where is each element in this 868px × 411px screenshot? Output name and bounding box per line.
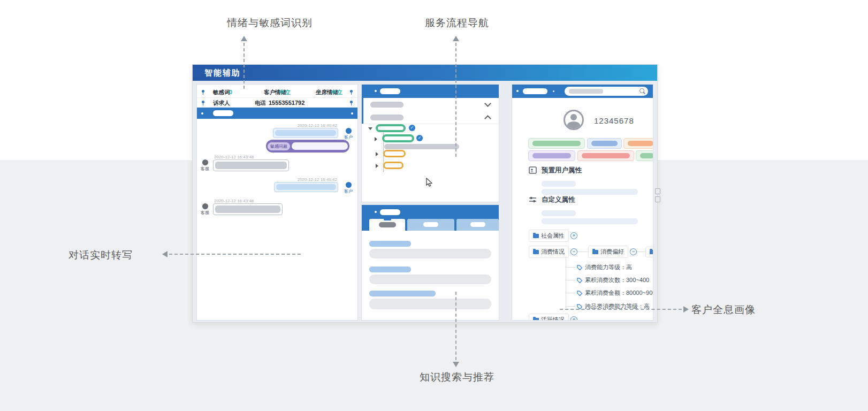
sensitive-words-count: 0 [229, 89, 232, 95]
customer-tag [623, 138, 653, 149]
caller-info-bar: 诉求人 电话 15553551792 [197, 98, 357, 108]
assist-window: 智能辅助 敏感词 0 客户情绪 中立 坐席情绪 中立 诉求人 电话 155535… [193, 65, 657, 322]
tree-connector [566, 256, 566, 308]
customer-tag [577, 150, 634, 161]
active-attribute-node[interactable]: 活跃情况 + [529, 314, 577, 320]
section-title-placeholder [213, 110, 233, 116]
social-attribute-node[interactable]: 社会属性 + [529, 230, 577, 242]
customer-avatar-large [564, 110, 584, 130]
knowledge-panel [362, 205, 499, 320]
tab-inactive[interactable] [456, 219, 499, 231]
flow-node-pending[interactable] [383, 150, 406, 157]
flow-tree: ✓ ✓ [362, 124, 499, 202]
profile-header [512, 85, 653, 98]
custom-attributes-label: 自定义属性 [542, 195, 575, 204]
agent-role-label: 客服 [198, 210, 212, 216]
emotion-status-bar: 敏感词 0 客户情绪 中立 坐席情绪 中立 [197, 87, 357, 98]
active-label: 活跃情况 [541, 316, 565, 320]
chevron-down-icon[interactable] [484, 100, 491, 107]
dot-icon [375, 90, 377, 92]
agent-avatar: 客服 [198, 203, 212, 216]
collapse-icon[interactable] [376, 152, 378, 156]
flow-group-label-placeholder [370, 102, 403, 108]
consumption-tag: 累积消费金额：80000~90000 [577, 289, 653, 297]
dot-icon [516, 90, 519, 92]
pin-icon [350, 90, 353, 93]
annotation-line-service-flow [455, 43, 456, 157]
panel-title-placeholder [380, 209, 400, 215]
flow-group-row[interactable] [362, 98, 499, 111]
knowledge-answer-placeholder[interactable] [369, 275, 491, 284]
tab-notch [384, 219, 391, 220]
preference-node[interactable]: 消费偏好 [588, 246, 628, 258]
search-placeholder [569, 89, 603, 94]
chevron-up-icon[interactable] [484, 115, 491, 122]
message-timestamp: 2020-12-12 16:40:42 [298, 123, 337, 128]
attribute-placeholder [542, 189, 638, 195]
user-card-icon [529, 166, 537, 174]
arrow-right-icon [683, 306, 689, 313]
customer-tag [636, 150, 653, 161]
check-badge: ✓ [409, 125, 415, 131]
sliders-icon [529, 196, 537, 203]
message-timestamp: 2020-12-12 16:40:42 [298, 177, 337, 182]
search-icon[interactable] [639, 88, 644, 93]
row-accent [362, 111, 363, 124]
customer-avatar: 客户 [341, 182, 355, 194]
expand-plus-icon[interactable]: + [570, 316, 577, 320]
arrow-up-icon [453, 36, 459, 41]
expand-icon[interactable] [368, 127, 372, 130]
annotation-sentiment: 情绪与敏感词识别 [213, 16, 326, 30]
collapse-icon[interactable] [375, 137, 377, 141]
check-badge: ✓ [416, 135, 423, 141]
flow-node-done[interactable] [376, 124, 406, 132]
collapse-minus-icon[interactable]: − [630, 248, 637, 255]
folder-icon [533, 234, 539, 238]
rfm-node[interactable]: RFM [645, 247, 653, 257]
annotation-knowledge: 知识搜索与推荐 [400, 370, 514, 384]
consumption-label: 消费情况 [541, 248, 565, 256]
flow-node-done[interactable] [382, 134, 414, 142]
consumption-row: 消费情况 − 消费偏好 − RFM − [529, 246, 653, 258]
consumption-tag: 累积消费次数：300~400 [577, 276, 649, 284]
tree-connector [637, 252, 645, 252]
consumption-node[interactable]: 消费情况 [529, 246, 569, 258]
social-label: 社会属性 [541, 232, 565, 240]
panel-title-placeholder [523, 88, 547, 94]
tab-inactive[interactable] [407, 219, 454, 231]
mouse-cursor [426, 178, 433, 187]
flow-group-row[interactable] [362, 111, 499, 124]
profile-panel: 12345678 预置用户属性 自定义属性 社会属性 + [512, 85, 653, 320]
collapse-minus-icon[interactable]: − [570, 248, 577, 255]
search-input[interactable] [565, 87, 648, 96]
dot-icon [375, 211, 377, 213]
transcript-panel: 敏感词 0 客户情绪 中立 坐席情绪 中立 诉求人 电话 15553551792… [197, 85, 357, 320]
phone-label: 电话 [255, 100, 266, 107]
edge-artifact [655, 188, 660, 213]
attribute-placeholder [542, 218, 638, 224]
agent-message-bubble [213, 159, 289, 171]
flow-group-label-placeholder [370, 115, 403, 120]
knowledge-answer-placeholder[interactable] [369, 299, 491, 309]
tab-active[interactable] [369, 219, 405, 231]
knowledge-answer-placeholder[interactable] [369, 249, 491, 258]
annotation-line-transcription [169, 254, 301, 255]
customer-message-bubble [274, 182, 338, 192]
dot-icon [553, 90, 554, 92]
preference-label: 消费偏好 [600, 248, 624, 256]
caller-label: 诉求人 [213, 100, 230, 107]
sensitive-flag-label: 敏感问题 [268, 142, 290, 150]
flow-node-pending[interactable] [383, 162, 403, 169]
annotation-profile: 客户全息画像 [691, 303, 756, 317]
folder-icon [650, 250, 653, 254]
annotation-transcription: 对话实时转写 [68, 248, 133, 262]
agent-avatar: 客服 [198, 159, 212, 172]
consumption-tag: 消费能力等级：高 [577, 263, 632, 271]
customer-role-label: 客户 [341, 188, 355, 194]
expand-plus-icon[interactable]: + [570, 232, 577, 239]
panel-title-placeholder [380, 88, 400, 94]
row-accent [362, 98, 363, 111]
arrow-up-icon [241, 36, 247, 41]
folder-icon [533, 318, 539, 321]
collapse-icon[interactable] [376, 164, 378, 168]
